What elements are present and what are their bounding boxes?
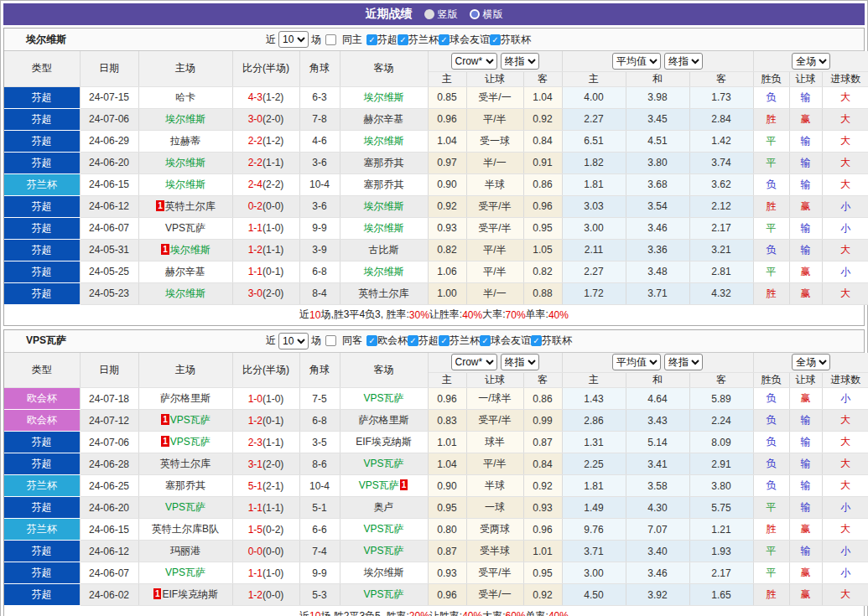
checkbox-icon-checked[interactable]: ✓ bbox=[439, 335, 450, 346]
col-avg-home: 主 bbox=[562, 71, 626, 86]
away-team: EIF埃克纳斯 bbox=[356, 436, 412, 448]
league-filter[interactable]: ✓芬兰杯 bbox=[439, 334, 480, 348]
title-bar: 近期战绩 竖版 横版 bbox=[3, 3, 865, 25]
odds-handicap: 平/半 bbox=[466, 453, 523, 475]
home-team: VPS瓦萨 bbox=[165, 222, 205, 234]
half-score: (2-0) bbox=[262, 458, 283, 470]
avg-draw: 3.40 bbox=[626, 541, 689, 562]
result-handicap: 赢 bbox=[789, 282, 822, 304]
league-filter[interactable]: ✓芬兰杯 bbox=[398, 33, 439, 47]
scope-select[interactable]: 全场 bbox=[792, 354, 830, 370]
result-outcome: 胜 bbox=[753, 519, 789, 541]
half-score: (1-0) bbox=[262, 393, 283, 405]
result-handicap: 赢 bbox=[789, 195, 822, 217]
recent-count-select[interactable]: 10 bbox=[278, 31, 309, 48]
average-select[interactable]: 平均值 bbox=[612, 354, 661, 370]
avg-draw: 3.68 bbox=[626, 173, 689, 195]
league-filter[interactable]: ✓球会友谊 bbox=[439, 33, 490, 47]
league-filter-label: 球会友谊 bbox=[491, 334, 531, 348]
odds-stage-select[interactable]: 终指 bbox=[501, 354, 539, 370]
average-odds-group: 平均值终指 bbox=[562, 353, 753, 373]
checkbox-icon-checked[interactable]: ✓ bbox=[366, 34, 377, 45]
average-select[interactable]: 平均值 bbox=[612, 53, 661, 70]
result-handicap: 输 bbox=[789, 410, 822, 432]
match-row: 芬超24-06-20VPS瓦萨1-1(1-1)5-1奥卢0.95一球0.931.… bbox=[4, 497, 868, 519]
away-team-cell: 埃尔维斯 bbox=[340, 130, 428, 152]
checkbox-icon-unchecked[interactable] bbox=[325, 335, 336, 346]
col-away: 客场 bbox=[340, 51, 428, 86]
away-team-cell: 赫尔辛基 bbox=[340, 108, 428, 130]
layout-radio-vertical[interactable]: 竖版 bbox=[424, 8, 458, 22]
bookmaker-select[interactable]: Crow* bbox=[451, 354, 497, 370]
half-score: (1-1) bbox=[262, 244, 283, 256]
league-badge: 芬超 bbox=[4, 453, 80, 475]
odds-handicap: 受半/一 bbox=[466, 584, 523, 606]
half-score: (0-2) bbox=[262, 524, 283, 536]
home-team: 英特土尔库 bbox=[165, 200, 216, 212]
odds-home: 0.90 bbox=[428, 475, 466, 497]
away-team-cell: VPS瓦萨 bbox=[340, 584, 428, 606]
checkbox-icon-checked[interactable]: ✓ bbox=[408, 335, 418, 346]
layout-radio-horizontal[interactable]: 横版 bbox=[470, 8, 503, 22]
odds-handicap: 平/半 bbox=[466, 239, 523, 261]
league-filter-label: 芬兰杯 bbox=[450, 334, 480, 348]
home-team: 哈卡 bbox=[175, 91, 195, 103]
match-date: 24-06-20 bbox=[80, 497, 138, 519]
corner-score: 3-5 bbox=[299, 432, 340, 453]
league-badge: 芬超 bbox=[4, 239, 80, 261]
away-team-cell: 埃尔维斯 bbox=[340, 86, 428, 108]
league-filter-label: 芬兰杯 bbox=[408, 33, 439, 47]
avg-home: 1.49 bbox=[562, 497, 626, 519]
checkbox-icon-checked[interactable]: ✓ bbox=[490, 34, 501, 45]
avg-away: 5.75 bbox=[689, 497, 753, 519]
recent-count-select[interactable]: 10 bbox=[278, 333, 309, 349]
match-row: 欧会杯24-07-18萨尔格里斯1-0(1-0)7-5VPS瓦萨0.96一/球半… bbox=[4, 388, 868, 410]
avg-away: 8.09 bbox=[689, 432, 753, 453]
league-badge: 芬超 bbox=[4, 541, 80, 562]
league-filter[interactable]: ✓芬联杯 bbox=[490, 33, 531, 47]
result-handicap: 赢 bbox=[789, 519, 822, 541]
checkbox-icon-checked[interactable]: ✓ bbox=[531, 335, 542, 346]
checkbox-icon-checked[interactable]: ✓ bbox=[439, 34, 450, 45]
summary-value: 40% bbox=[462, 610, 482, 616]
odds-stage-select[interactable]: 终指 bbox=[501, 53, 539, 70]
home-team: EIF埃克纳斯 bbox=[162, 588, 218, 600]
same-venue-filter[interactable] bbox=[325, 34, 336, 45]
full-score: 1-5 bbox=[248, 524, 262, 536]
league-badge: 芬超 bbox=[4, 261, 80, 282]
odds-away: 0.86 bbox=[523, 173, 562, 195]
away-team-cell: 埃尔维斯 bbox=[340, 195, 428, 217]
full-score: 1-2 bbox=[248, 589, 262, 601]
league-filter[interactable]: ✓芬超 bbox=[408, 334, 439, 348]
league-filter[interactable]: ✓芬联杯 bbox=[531, 334, 572, 348]
odds-home: 0.80 bbox=[428, 519, 466, 541]
scope-select[interactable]: 全场 bbox=[792, 53, 830, 70]
away-team: VPS瓦萨 bbox=[359, 479, 399, 491]
result-outcome: 负 bbox=[753, 453, 789, 475]
odds-stage-select-2[interactable]: 终指 bbox=[664, 53, 703, 70]
league-badge: 芬超 bbox=[4, 217, 80, 239]
avg-away: 3.21 bbox=[689, 239, 753, 261]
corner-score: 6-3 bbox=[299, 86, 340, 108]
result-group: 全场 bbox=[753, 51, 868, 71]
checkbox-icon-checked[interactable]: ✓ bbox=[398, 34, 408, 45]
league-filter[interactable]: ✓欧会杯 bbox=[366, 334, 408, 348]
checkbox-icon-checked[interactable]: ✓ bbox=[366, 335, 377, 346]
score-cell: 1-1(0-1) bbox=[232, 261, 299, 282]
radio-icon-selected[interactable] bbox=[470, 9, 480, 19]
away-team-cell: 古比斯 bbox=[340, 239, 428, 261]
half-score: (0-1) bbox=[262, 266, 283, 277]
radio-icon-unselected[interactable] bbox=[424, 9, 434, 19]
checkbox-icon-unchecked[interactable] bbox=[325, 34, 336, 45]
result-goals: 大 bbox=[822, 130, 868, 152]
odds-handicap: 受半/一 bbox=[466, 86, 523, 108]
odds-away: 0.95 bbox=[523, 562, 562, 584]
same-venue-filter[interactable] bbox=[325, 335, 336, 346]
odds-stage-select-2[interactable]: 终指 bbox=[664, 354, 703, 370]
league-filter[interactable]: ✓芬超 bbox=[366, 33, 398, 47]
league-filter[interactable]: ✓球会友谊 bbox=[480, 334, 531, 348]
league-filter-group: ✓欧会杯✓芬超✓芬兰杯✓球会友谊✓芬联杯 bbox=[366, 334, 572, 348]
checkbox-icon-checked[interactable]: ✓ bbox=[480, 335, 491, 346]
bookmaker-select[interactable]: Crow* bbox=[451, 53, 497, 70]
avg-home: 4.50 bbox=[562, 584, 626, 606]
